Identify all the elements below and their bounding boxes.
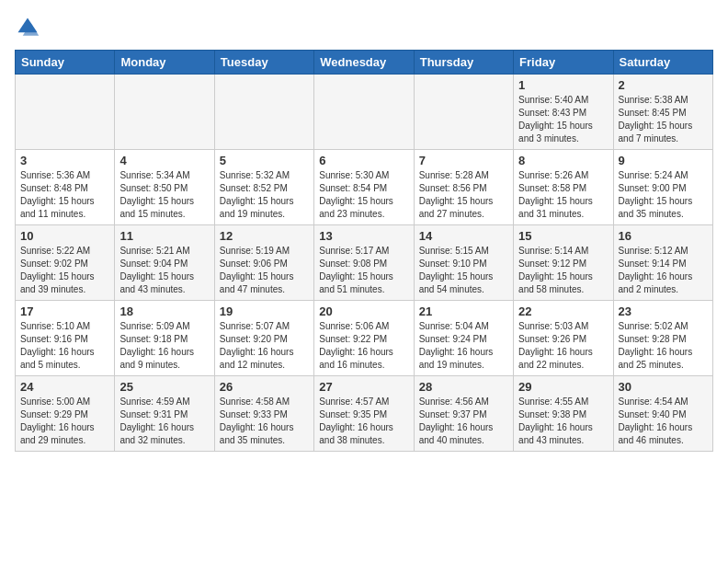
day-info: Sunrise: 5:24 AM Sunset: 9:00 PM Dayligh…: [619, 169, 708, 221]
calendar-cell: [314, 75, 414, 150]
day-number: 19: [220, 304, 309, 318]
page-header: [15, 15, 713, 40]
weekday-header-saturday: Saturday: [613, 51, 712, 75]
day-info: Sunrise: 5:34 AM Sunset: 8:50 PM Dayligh…: [119, 169, 209, 221]
day-info: Sunrise: 5:36 AM Sunset: 8:48 PM Dayligh…: [20, 169, 109, 221]
day-info: Sunrise: 5:38 AM Sunset: 8:45 PM Dayligh…: [619, 94, 708, 145]
day-number: 23: [619, 304, 708, 318]
day-number: 10: [20, 229, 109, 243]
day-info: Sunrise: 5:10 AM Sunset: 9:16 PM Dayligh…: [20, 320, 109, 372]
day-number: 9: [619, 154, 708, 167]
day-info: Sunrise: 5:06 AM Sunset: 9:22 PM Dayligh…: [319, 320, 408, 372]
calendar-week-row: 3Sunrise: 5:36 AM Sunset: 8:48 PM Daylig…: [16, 150, 713, 225]
weekday-header-wednesday: Wednesday: [314, 51, 414, 75]
day-info: Sunrise: 5:07 AM Sunset: 9:20 PM Dayligh…: [220, 320, 309, 372]
day-info: Sunrise: 5:40 AM Sunset: 8:43 PM Dayligh…: [518, 94, 608, 145]
day-number: 4: [119, 154, 209, 167]
calendar-week-row: 24Sunrise: 5:00 AM Sunset: 9:29 PM Dayli…: [16, 376, 713, 452]
calendar-cell: 26Sunrise: 4:58 AM Sunset: 9:33 PM Dayli…: [214, 376, 313, 452]
day-number: 2: [619, 78, 708, 92]
calendar-cell: 27Sunrise: 4:57 AM Sunset: 9:35 PM Dayli…: [314, 376, 414, 452]
day-number: 12: [220, 229, 309, 243]
day-info: Sunrise: 5:15 AM Sunset: 9:10 PM Dayligh…: [419, 245, 508, 296]
calendar-cell: [414, 75, 513, 150]
calendar-cell: 16Sunrise: 5:12 AM Sunset: 9:14 PM Dayli…: [613, 225, 712, 301]
day-number: 18: [119, 304, 209, 318]
day-number: 20: [319, 304, 408, 318]
day-info: Sunrise: 4:54 AM Sunset: 9:40 PM Dayligh…: [619, 396, 708, 447]
calendar-cell: [16, 75, 115, 150]
day-number: 1: [518, 78, 608, 92]
day-info: Sunrise: 5:09 AM Sunset: 9:18 PM Dayligh…: [119, 320, 209, 372]
day-info: Sunrise: 4:56 AM Sunset: 9:37 PM Dayligh…: [419, 396, 508, 447]
calendar-cell: 23Sunrise: 5:02 AM Sunset: 9:28 PM Dayli…: [613, 301, 712, 376]
day-number: 8: [518, 154, 608, 167]
calendar-cell: 21Sunrise: 5:04 AM Sunset: 9:24 PM Dayli…: [414, 301, 513, 376]
calendar-week-row: 1Sunrise: 5:40 AM Sunset: 8:43 PM Daylig…: [16, 75, 713, 150]
logo: [15, 15, 44, 40]
calendar-table: SundayMondayTuesdayWednesdayThursdayFrid…: [15, 50, 713, 452]
day-number: 26: [220, 380, 309, 394]
calendar-cell: 18Sunrise: 5:09 AM Sunset: 9:18 PM Dayli…: [115, 301, 214, 376]
day-number: 21: [419, 304, 508, 318]
calendar-cell: [115, 75, 214, 150]
calendar-cell: 14Sunrise: 5:15 AM Sunset: 9:10 PM Dayli…: [414, 225, 513, 301]
day-info: Sunrise: 5:02 AM Sunset: 9:28 PM Dayligh…: [619, 320, 708, 372]
day-info: Sunrise: 5:21 AM Sunset: 9:04 PM Dayligh…: [119, 245, 209, 296]
day-number: 11: [119, 229, 209, 243]
day-number: 24: [20, 380, 109, 394]
calendar-cell: 3Sunrise: 5:36 AM Sunset: 8:48 PM Daylig…: [16, 150, 115, 225]
calendar-cell: 11Sunrise: 5:21 AM Sunset: 9:04 PM Dayli…: [115, 225, 214, 301]
day-info: Sunrise: 4:58 AM Sunset: 9:33 PM Dayligh…: [220, 396, 309, 447]
calendar-cell: 12Sunrise: 5:19 AM Sunset: 9:06 PM Dayli…: [214, 225, 313, 301]
weekday-header-row: SundayMondayTuesdayWednesdayThursdayFrid…: [16, 51, 713, 75]
calendar-cell: [214, 75, 313, 150]
day-number: 14: [419, 229, 508, 243]
day-info: Sunrise: 5:04 AM Sunset: 9:24 PM Dayligh…: [419, 320, 508, 372]
calendar-cell: 1Sunrise: 5:40 AM Sunset: 8:43 PM Daylig…: [514, 75, 613, 150]
day-number: 16: [619, 229, 708, 243]
day-number: 6: [319, 154, 408, 167]
calendar-cell: 9Sunrise: 5:24 AM Sunset: 9:00 PM Daylig…: [613, 150, 712, 225]
calendar-cell: 10Sunrise: 5:22 AM Sunset: 9:02 PM Dayli…: [16, 225, 115, 301]
day-number: 30: [619, 380, 708, 394]
calendar-week-row: 17Sunrise: 5:10 AM Sunset: 9:16 PM Dayli…: [16, 301, 713, 376]
calendar-cell: 7Sunrise: 5:28 AM Sunset: 8:56 PM Daylig…: [414, 150, 513, 225]
day-info: Sunrise: 4:57 AM Sunset: 9:35 PM Dayligh…: [319, 396, 408, 447]
calendar-cell: 28Sunrise: 4:56 AM Sunset: 9:37 PM Dayli…: [414, 376, 513, 452]
calendar-cell: 4Sunrise: 5:34 AM Sunset: 8:50 PM Daylig…: [115, 150, 214, 225]
day-info: Sunrise: 4:59 AM Sunset: 9:31 PM Dayligh…: [119, 396, 209, 447]
day-info: Sunrise: 5:12 AM Sunset: 9:14 PM Dayligh…: [619, 245, 708, 296]
calendar-cell: 19Sunrise: 5:07 AM Sunset: 9:20 PM Dayli…: [214, 301, 313, 376]
day-info: Sunrise: 5:26 AM Sunset: 8:58 PM Dayligh…: [518, 169, 608, 221]
calendar-cell: 29Sunrise: 4:55 AM Sunset: 9:38 PM Dayli…: [514, 376, 613, 452]
calendar-cell: 6Sunrise: 5:30 AM Sunset: 8:54 PM Daylig…: [314, 150, 414, 225]
day-info: Sunrise: 5:17 AM Sunset: 9:08 PM Dayligh…: [319, 245, 408, 296]
day-info: Sunrise: 5:22 AM Sunset: 9:02 PM Dayligh…: [20, 245, 109, 296]
day-number: 29: [518, 380, 608, 394]
day-info: Sunrise: 5:03 AM Sunset: 9:26 PM Dayligh…: [518, 320, 608, 372]
calendar-cell: 24Sunrise: 5:00 AM Sunset: 9:29 PM Dayli…: [16, 376, 115, 452]
day-number: 7: [419, 154, 508, 167]
weekday-header-friday: Friday: [514, 51, 613, 75]
day-number: 17: [20, 304, 109, 318]
day-info: Sunrise: 4:55 AM Sunset: 9:38 PM Dayligh…: [518, 396, 608, 447]
day-number: 28: [419, 380, 508, 394]
day-info: Sunrise: 5:32 AM Sunset: 8:52 PM Dayligh…: [220, 169, 309, 221]
day-number: 15: [518, 229, 608, 243]
day-number: 3: [20, 154, 109, 167]
weekday-header-monday: Monday: [115, 51, 214, 75]
weekday-header-tuesday: Tuesday: [214, 51, 313, 75]
day-info: Sunrise: 5:19 AM Sunset: 9:06 PM Dayligh…: [220, 245, 309, 296]
day-info: Sunrise: 5:00 AM Sunset: 9:29 PM Dayligh…: [20, 396, 109, 447]
calendar-cell: 22Sunrise: 5:03 AM Sunset: 9:26 PM Dayli…: [514, 301, 613, 376]
day-info: Sunrise: 5:30 AM Sunset: 8:54 PM Dayligh…: [319, 169, 408, 221]
day-number: 22: [518, 304, 608, 318]
day-number: 27: [319, 380, 408, 394]
calendar-week-row: 10Sunrise: 5:22 AM Sunset: 9:02 PM Dayli…: [16, 225, 713, 301]
calendar-cell: 15Sunrise: 5:14 AM Sunset: 9:12 PM Dayli…: [514, 225, 613, 301]
calendar-cell: 17Sunrise: 5:10 AM Sunset: 9:16 PM Dayli…: [16, 301, 115, 376]
weekday-header-thursday: Thursday: [414, 51, 513, 75]
calendar-cell: 30Sunrise: 4:54 AM Sunset: 9:40 PM Dayli…: [613, 376, 712, 452]
logo-icon: [15, 15, 40, 40]
